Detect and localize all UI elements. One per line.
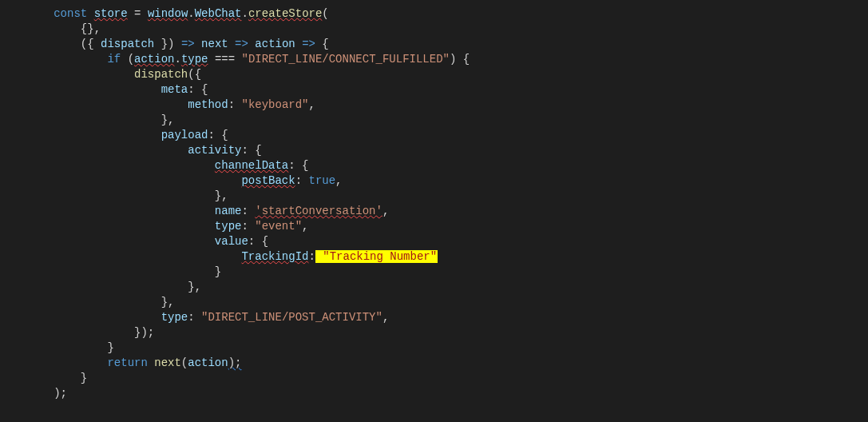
prop-type: type [215,220,242,233]
keyword-true: true [308,174,335,187]
string-post-activity: "DIRECT_LINE/POST_ACTIVITY" [201,311,382,324]
var-action: action [188,356,228,369]
var-dispatch: dispatch [101,38,154,50]
brace-close-comma: }, [161,113,175,126]
paren-close-semi: ); [228,356,242,369]
brace-close-comma: }, [215,189,228,202]
brace-close: } [81,372,87,384]
colon-brace: : { [248,235,268,248]
op-strict-eq: === [208,53,241,66]
prop-trackingid: TrackingId [241,250,308,263]
prop-meta: meta [161,83,188,96]
colon-brace: : { [241,144,261,157]
arrow: => [235,38,248,50]
outer-close: ); [54,387,67,400]
destructure-open: ({ [81,38,101,50]
call-close: }); [134,326,154,339]
colon-brace: : { [288,159,308,172]
keyword-return: return [107,356,147,369]
colon-brace: : { [208,129,228,141]
dot: . [188,7,194,20]
keyword-if: if [107,53,121,66]
paren-open: ( [322,7,328,20]
brace-close-comma: }, [161,296,175,309]
colon: : [241,205,255,217]
brace-close: } [107,341,113,354]
comma: , [309,98,315,111]
brace-close-comma: }, [188,281,201,293]
colon: : [295,174,309,187]
code-editor[interactable]: const store = window.WebChat.createStore… [0,0,868,401]
colon: : [188,311,201,324]
comma: , [382,311,389,324]
op-assign: = [128,7,148,20]
dot: . [242,7,248,20]
colon: : [241,220,255,233]
if-close: ) { [450,53,470,66]
keyword-const: const [54,7,87,20]
highlighted-region: "Tracking Number" [315,250,438,263]
paren-open: ( [181,356,188,369]
destructure-close: }) [154,38,181,50]
arrow: => [181,38,195,50]
paren-open: ( [121,53,134,66]
call-open: ({ [188,68,201,81]
string-connect-fulfilled: "DIRECT_LINE/CONNECT_FULFILLED" [242,53,450,66]
var-action: action [134,53,174,66]
prop-type: type [161,311,188,324]
prop-activity: activity [188,144,241,157]
string-tracking-number: "Tracking Number" [323,250,437,263]
comma: , [382,205,389,217]
fn-next: next [154,356,181,369]
comma: , [302,220,308,233]
prop-type: type [181,53,208,66]
string-startconversation: 'startConversation' [255,205,382,217]
comma: , [335,174,342,187]
prop-method: method [188,98,228,111]
var-window: window [148,7,188,20]
prop-channeldata: channelData [215,159,288,172]
prop-postback: postBack [241,174,295,187]
var-action: action [255,38,295,50]
string-keyboard: "keyboard" [241,98,308,111]
fn-dispatch: dispatch [134,68,188,81]
dot: . [174,53,180,66]
colon-brace: : { [188,83,208,96]
var-store: store [94,7,128,20]
var-webchat: WebChat [195,7,242,20]
brace-open: { [315,38,329,50]
string-event: "event" [255,220,302,233]
empty-object: {}, [81,22,101,35]
prop-name: name [215,205,242,217]
arrow: => [302,38,315,50]
brace-close: } [215,265,221,278]
prop-value: value [215,235,248,248]
colon: : [228,98,242,111]
prop-payload: payload [161,129,208,141]
fn-createstore: createStore [248,7,322,20]
colon: : [308,250,315,263]
var-next: next [201,38,228,50]
